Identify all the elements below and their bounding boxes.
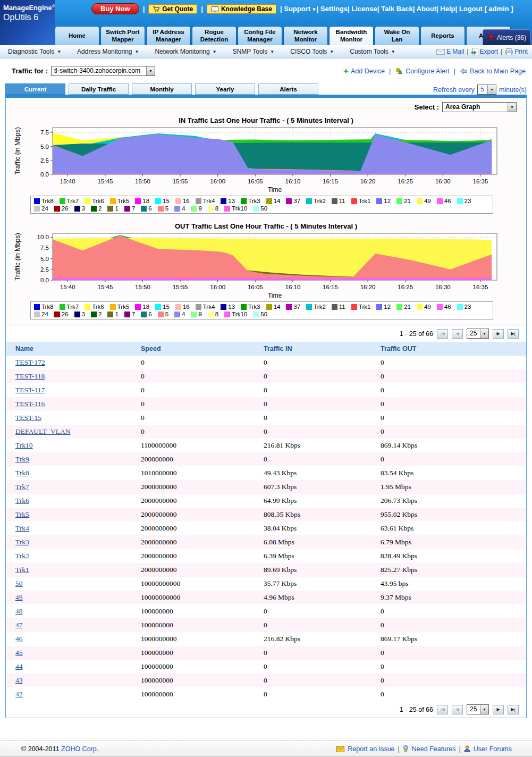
table-row-link[interactable]: Trk2 (15, 552, 29, 560)
tab-wake-on-lan[interactable]: Wake On Lan (375, 26, 419, 45)
subtab-current[interactable]: Current (5, 83, 65, 95)
legend-label: 3 (82, 205, 85, 212)
get-quote-button[interactable]: Get Quote (148, 4, 197, 14)
refresh-interval-select[interactable]: 5 ▼ (477, 85, 496, 95)
need-features-link[interactable]: Need Features (412, 745, 456, 753)
menu-diagnostic-tools[interactable]: Diagnostic Tools▼ (0, 48, 69, 55)
table-row-link[interactable]: TEST-172 (15, 358, 45, 366)
tab-ip-address-manager[interactable]: IP Address Manager (146, 26, 191, 45)
svg-text:Time: Time (268, 292, 282, 299)
cell-name: Trk6 (6, 494, 141, 508)
legend-swatch (85, 304, 90, 310)
menu-cisco-tools[interactable]: CISCO Tools▼ (282, 48, 342, 55)
legend-swatch (174, 312, 180, 317)
add-device-button[interactable]: + Add Device (343, 68, 385, 75)
menu-custom-tools[interactable]: Custom Tools▼ (342, 48, 403, 55)
subtab-daily-traffic[interactable]: Daily Traffic (69, 83, 129, 95)
prev-page-button[interactable]: ◀ (452, 329, 463, 339)
knowledge-base-button[interactable]: Knowledge Base (207, 4, 276, 14)
next-page-button[interactable]: ▶ (493, 329, 504, 339)
report-issue-link[interactable]: Report an Issue (348, 745, 394, 753)
table-row-link[interactable]: TEST-118 (15, 372, 45, 380)
graph-type-select[interactable]: Area Graph ▼ (442, 102, 517, 112)
legend-swatch (54, 312, 60, 317)
table-row-link[interactable]: 46 (15, 635, 23, 643)
table-row-link[interactable]: 43 (15, 676, 23, 684)
table-row-link[interactable]: 47 (15, 621, 23, 629)
legend-swatch (224, 312, 230, 317)
table-row-link[interactable]: Trk1 (15, 566, 29, 574)
menu-network-monitoring[interactable]: Network Monitoring▼ (147, 48, 224, 55)
legend-label: 8 (215, 311, 218, 317)
table-row-link[interactable]: Trk6 (15, 497, 29, 504)
print-link[interactable]: Print (505, 48, 528, 55)
last-page-button[interactable]: ▶| (508, 705, 519, 714)
subtab-monthly[interactable]: Monthly (132, 83, 192, 95)
legend-label: 46 (444, 304, 451, 310)
header-link-logout-admin-[interactable]: Logout [ admin ] (459, 5, 513, 13)
first-page-button[interactable]: |◀ (437, 329, 448, 339)
table-row-link[interactable]: 49 (15, 593, 23, 601)
svg-text:Traffic (in Mbps): Traffic (in Mbps) (14, 127, 21, 175)
back-to-main-button[interactable]: Back to Main Page (460, 68, 526, 75)
tab-rogue-detection[interactable]: Rogue Detection (192, 26, 237, 45)
page-size-select[interactable]: 25▼ (467, 329, 489, 339)
table-row-link[interactable]: TEST-116 (15, 400, 45, 408)
subtab-yearly[interactable]: Yearly (195, 83, 255, 95)
tab-switch-port-mapper[interactable]: Switch Port Mapper (100, 26, 145, 45)
table-row-link[interactable]: Trk5 (15, 510, 29, 518)
alerts-tab[interactable]: Alerts (36) (483, 29, 531, 45)
prev-page-button[interactable]: ◀ (452, 705, 463, 714)
table-row-link[interactable]: Trk4 (15, 524, 29, 532)
table-row: 4510000000000 (6, 646, 526, 660)
header-link-help[interactable]: Help (440, 5, 455, 13)
tab-config-file-manager[interactable]: Config File Manager (238, 26, 282, 45)
subtab-alerts[interactable]: Alerts (258, 83, 318, 95)
table-row-link[interactable]: Trk7 (15, 483, 29, 491)
zoho-corp-link[interactable]: ZOHO Corp. (61, 745, 98, 753)
tab-reports[interactable]: Reports (420, 26, 465, 45)
header-link-license[interactable]: License (351, 5, 377, 13)
cell-traffic-in: 808.35 Kbps (264, 508, 381, 522)
table-row-link[interactable]: Trk3 (15, 538, 29, 546)
table-row-link[interactable]: 44 (15, 662, 23, 670)
report-issue-icon (336, 746, 344, 752)
table-row-link[interactable]: 50 (15, 579, 23, 587)
header-link-support[interactable]: Support ▼ (284, 5, 316, 13)
header-link-settings[interactable]: Settings (320, 5, 348, 13)
svg-text:16:30: 16:30 (435, 284, 451, 290)
device-select[interactable]: tl-switch-3400.zohocorpin.com ▼ (51, 66, 155, 76)
legend-swatch (174, 206, 180, 212)
export-link[interactable]: Export (471, 48, 499, 55)
configure-alert-button[interactable]: Configure Alert (395, 68, 450, 75)
tab-home[interactable]: Home (55, 26, 99, 45)
legend-item-11: 11 (332, 198, 345, 204)
table-row-link[interactable]: 42 (15, 690, 23, 698)
table-row-link[interactable]: TEST-117 (15, 386, 45, 394)
first-page-button[interactable]: |◀ (437, 705, 448, 714)
user-forums-link[interactable]: User Forums (474, 745, 512, 753)
cell-name: 48 (6, 604, 141, 618)
tab-network-monitor[interactable]: Network Monitor (283, 26, 328, 45)
table-row-link[interactable]: Trk9 (15, 455, 29, 463)
cell-speed: 2000000000 (141, 480, 264, 494)
separator: | (280, 5, 282, 13)
table-row-link[interactable]: 48 (15, 607, 23, 615)
tab-bandwidth-monitor[interactable]: Bandwidth Monitor (329, 26, 374, 45)
next-page-button[interactable]: ▶ (493, 705, 504, 714)
last-page-button[interactable]: ▶| (508, 329, 519, 339)
menu-snmp-tools[interactable]: SNMP Tools▼ (225, 48, 283, 55)
table-row-link[interactable]: 45 (15, 649, 23, 657)
cell-traffic-out: 0 (381, 660, 526, 674)
email-link[interactable]: E Mail (436, 48, 464, 55)
menu-address-monitoring[interactable]: Address Monitoring▼ (69, 48, 147, 55)
table-row-link[interactable]: DEFAULT_VLAN (15, 427, 71, 435)
header-link-about[interactable]: About (417, 5, 437, 13)
cell-traffic-out: 0 (381, 356, 526, 369)
page-size-select[interactable]: 25▼ (467, 704, 489, 714)
table-row-link[interactable]: Trk10 (15, 441, 33, 449)
header-link-talk-back[interactable]: Talk Back (381, 5, 413, 13)
table-row-link[interactable]: TEST-15 (15, 414, 41, 422)
table-row-link[interactable]: Trk8 (15, 469, 29, 477)
buy-now-button[interactable]: Buy Now (91, 3, 139, 14)
